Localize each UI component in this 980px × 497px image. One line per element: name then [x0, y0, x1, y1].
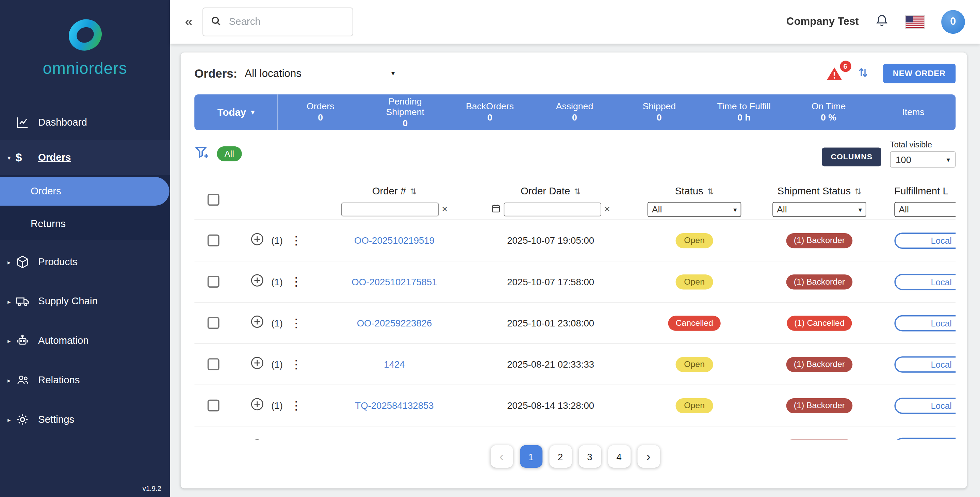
sidebar-item-label: Dashboard	[38, 117, 87, 128]
row-menu-icon[interactable]: ⋮	[290, 398, 302, 413]
clear-icon[interactable]: ×	[605, 205, 610, 215]
calendar-icon[interactable]	[491, 204, 501, 215]
page-button-1[interactable]: 1	[520, 445, 542, 468]
sort-icon[interactable]: ⇅	[574, 186, 581, 196]
expand-plus-icon[interactable]	[251, 398, 264, 413]
sidebar-item-supply-chain[interactable]: ▸ Supply Chain	[0, 284, 170, 319]
row-menu-icon[interactable]: ⋮	[290, 274, 302, 289]
chevron-down-icon: ▾	[859, 205, 862, 213]
sort-arrows-icon[interactable]	[856, 66, 869, 81]
sidebar-nav: Dashboard ▾ $ Orders Orders Returns ▸	[0, 105, 170, 437]
column-header-shipment-status[interactable]: Shipment Status	[778, 186, 851, 197]
sidebar-item-dashboard[interactable]: Dashboard	[0, 105, 170, 140]
sidebar-item-automation[interactable]: ▸ Automation	[0, 323, 170, 358]
expand-plus-icon[interactable]	[251, 315, 264, 331]
company-name[interactable]: Company Test	[786, 16, 859, 28]
column-header-fulfillment[interactable]: Fulfillment L	[894, 186, 948, 197]
chevron-down-icon: ▾	[391, 69, 395, 78]
order-date-filter-input[interactable]	[504, 202, 601, 216]
row-item-count: (1)	[271, 318, 283, 328]
status-filter-select[interactable]: All ▾	[648, 202, 741, 217]
row-checkbox[interactable]	[208, 400, 220, 411]
stats-bar: Today ▾ Orders 0 Pending Shipment 0 Back…	[194, 94, 956, 130]
order-link[interactable]: OO-20259223826	[357, 318, 432, 328]
row-checkbox[interactable]	[208, 234, 220, 247]
logo[interactable]: omniorders	[0, 0, 170, 101]
shipment-status-badge: (1) Backorder	[786, 357, 853, 372]
content-area: Orders: All locations ▾ 6	[170, 44, 980, 497]
sidebar-item-orders[interactable]: Orders	[0, 177, 169, 205]
row-item-count: (1)	[271, 400, 283, 411]
row-checkbox[interactable]	[208, 358, 220, 370]
stat-assigned: Assigned 0	[532, 94, 617, 130]
sidebar-item-returns[interactable]: Returns	[0, 208, 170, 241]
filter-funnel-icon[interactable]	[194, 145, 209, 162]
total-visible-select[interactable]: 100 ▾	[890, 151, 956, 167]
previous-page-button[interactable]: ‹	[490, 445, 513, 468]
row-menu-icon[interactable]: ⋮	[290, 357, 302, 371]
dashboard-icon	[16, 116, 38, 129]
collapse-sidebar-icon[interactable]: «	[185, 14, 193, 30]
period-select[interactable]: Today ▾	[194, 94, 278, 130]
stat-time-to-fulfill: Time to Fulfill 0 h	[702, 94, 786, 130]
fulfillment-badge[interactable]: Local	[894, 356, 956, 373]
fulfillment-filter-select[interactable]: All	[894, 202, 956, 217]
card-header: Orders: All locations ▾ 6	[194, 53, 956, 94]
expand-plus-icon[interactable]	[251, 357, 264, 372]
sidebar-item-settings[interactable]: ▸ Settings	[0, 402, 170, 437]
order-date: 2025-08-21 02:33:33	[507, 359, 594, 370]
row-checkbox[interactable]	[208, 276, 220, 288]
sidebar-item-products[interactable]: ▸ Products	[0, 244, 170, 279]
search-box[interactable]	[203, 8, 353, 36]
topbar-right: Company Test 0	[786, 10, 965, 34]
column-header-order-date[interactable]: Order Date	[520, 186, 570, 197]
columns-button[interactable]: COLUMNS	[822, 147, 881, 166]
row-item-count: (1)	[271, 235, 283, 246]
row-checkbox[interactable]	[208, 317, 220, 329]
expand-plus-icon[interactable]	[251, 439, 264, 440]
expand-plus-icon[interactable]	[251, 233, 264, 248]
sort-icon[interactable]: ⇅	[854, 186, 861, 196]
fulfillment-badge[interactable]: Local	[894, 232, 956, 248]
chevron-down-icon: ▾	[947, 155, 950, 163]
fulfillment-badge[interactable]: Local	[894, 315, 956, 331]
next-page-button[interactable]: ›	[637, 445, 660, 468]
fulfillment-badge[interactable]	[894, 437, 956, 440]
order-link[interactable]: 1424	[384, 359, 404, 370]
stat-backorders: BackOrders 0	[447, 94, 532, 130]
alerts-warning-icon[interactable]: 6	[825, 66, 843, 81]
sidebar-item-relations[interactable]: ▸ Relations	[0, 363, 170, 398]
page-button-2[interactable]: 2	[549, 445, 572, 468]
page-button-3[interactable]: 3	[579, 445, 601, 468]
language-flag-icon[interactable]	[905, 15, 925, 29]
filter-all-pill[interactable]: All	[217, 147, 242, 161]
sort-icon[interactable]: ⇅	[410, 186, 417, 196]
order-date: 2025-08-14 13:28:00	[507, 400, 594, 411]
page-button-4[interactable]: 4	[608, 445, 630, 468]
chevron-right-icon: ▸	[8, 298, 16, 305]
fulfillment-badge[interactable]: Local	[894, 397, 956, 414]
shipment-status-filter-select[interactable]: All ▾	[772, 202, 866, 217]
expand-plus-icon[interactable]	[251, 274, 264, 289]
order-link[interactable]: TQ-202584132853	[355, 400, 434, 411]
order-filter-input[interactable]	[341, 202, 439, 216]
notifications-bell-icon[interactable]	[875, 13, 888, 31]
new-order-button[interactable]: NEW ORDER	[883, 64, 956, 83]
sidebar-item-label: Orders	[30, 186, 61, 197]
sidebar-item-orders-group[interactable]: ▾ $ Orders	[0, 140, 170, 175]
table-row	[194, 427, 956, 440]
select-all-checkbox[interactable]	[208, 194, 220, 205]
search-input[interactable]	[228, 16, 345, 28]
order-link[interactable]: OO-2025102175851	[352, 276, 437, 287]
row-menu-icon[interactable]: ⋮	[290, 233, 302, 247]
app-root: omniorders Dashboard ▾ $ Orders	[0, 0, 980, 497]
clear-icon[interactable]: ×	[442, 205, 447, 215]
column-header-status[interactable]: Status	[675, 186, 703, 197]
user-avatar[interactable]: 0	[941, 10, 965, 34]
row-menu-icon[interactable]: ⋮	[290, 316, 302, 330]
location-select[interactable]: All locations ▾	[245, 67, 395, 80]
fulfillment-badge[interactable]: Local	[894, 274, 956, 290]
sort-icon[interactable]: ⇅	[707, 186, 714, 196]
order-link[interactable]: OO-202510219519	[354, 235, 434, 246]
column-header-order[interactable]: Order #	[372, 186, 406, 197]
